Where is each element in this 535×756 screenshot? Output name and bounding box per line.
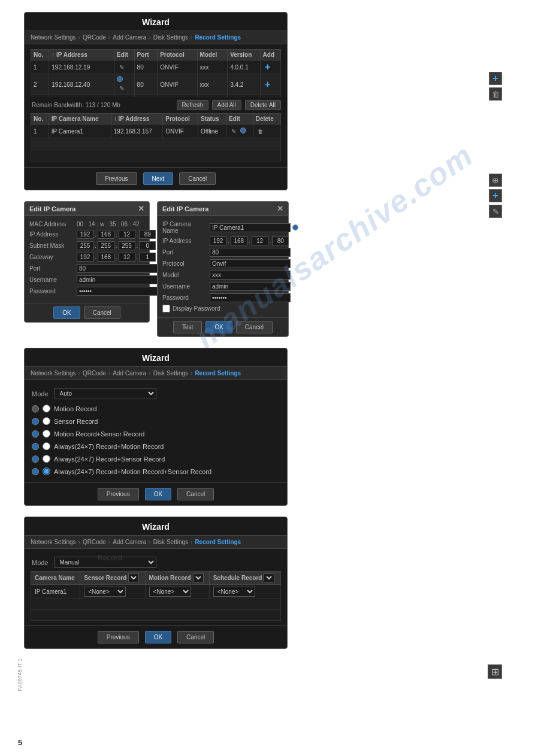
next-button-1[interactable]: Next <box>143 172 174 185</box>
ip2-part-3[interactable] <box>252 236 268 245</box>
cancel-button-3[interactable]: Cancel <box>177 631 214 643</box>
subnet-part-3[interactable] <box>119 241 135 250</box>
cancel-button-d1[interactable]: Cancel <box>84 306 120 319</box>
gw-part-4[interactable] <box>139 253 156 262</box>
previous-button-2[interactable]: Previous <box>98 488 139 500</box>
wizard-title-3: Wizard <box>25 517 287 536</box>
record-radio-4[interactable] <box>43 455 50 463</box>
bc2-network[interactable]: Network Settings <box>31 370 76 377</box>
wizard3-footer: Previous OK Cancel <box>25 626 287 648</box>
motion-col-select[interactable]: ▼ <box>193 573 204 582</box>
motion-select[interactable]: <None> <box>149 587 191 597</box>
camera-sidebar-icon[interactable]: ⊕ <box>489 174 502 187</box>
grid-icon[interactable]: ⊞ <box>488 664 502 679</box>
dialog1-form: MAC Address 00 : 14 : w : 35 : 06 : 42 I… <box>25 216 149 303</box>
ok-button-2[interactable]: OK <box>145 488 171 500</box>
port-input[interactable] <box>77 264 158 273</box>
option-indicator-5 <box>32 468 39 475</box>
bc3-network[interactable]: Network Settings <box>31 539 76 545</box>
edit-icon[interactable]: ✎ <box>117 62 126 72</box>
user2-input[interactable] <box>210 282 291 291</box>
record-radio-2[interactable] <box>43 430 50 438</box>
ip-part-3[interactable] <box>119 230 135 239</box>
th-edit: Edit <box>114 50 134 60</box>
add-all-button[interactable]: Add All <box>212 100 241 110</box>
protocol-input[interactable] <box>210 259 291 268</box>
bc3-record[interactable]: Record Settings <box>195 539 241 545</box>
cancel-button-2[interactable]: Cancel <box>177 488 214 500</box>
add2-sidebar-icon[interactable]: + <box>489 189 502 202</box>
ip-part-1[interactable] <box>77 230 93 239</box>
ip-part-2[interactable] <box>98 230 114 239</box>
bc1-disk[interactable]: Disk Settings <box>153 34 188 41</box>
th-motion: Motion Record ▼ <box>145 572 209 585</box>
user2-label: Username <box>162 283 207 290</box>
dialog2-close[interactable]: ✕ <box>277 204 283 213</box>
bc2-disk[interactable]: Disk Settings <box>153 370 188 377</box>
test-button-d2[interactable]: Test <box>173 321 202 333</box>
delete-all-button[interactable]: Delete All <box>245 100 281 110</box>
delete-sidebar-icon[interactable]: 🗑 <box>489 87 502 101</box>
gw-part-1[interactable] <box>77 253 93 262</box>
record-radio-0[interactable] <box>43 405 50 412</box>
model-input[interactable] <box>210 271 291 280</box>
cell-port: 80 <box>134 60 158 74</box>
port2-input[interactable] <box>210 248 291 257</box>
pass2-input[interactable] <box>210 293 291 302</box>
subnet-part-2[interactable] <box>98 241 114 250</box>
subnet-part-1[interactable] <box>77 241 93 250</box>
ip2-part-1[interactable] <box>210 236 226 245</box>
delete-camera-icon[interactable]: 🗑 <box>256 126 265 136</box>
mode-row-3: Mode Auto Manual <box>31 554 281 571</box>
record-radio-5[interactable] <box>43 467 50 475</box>
ip-part-4[interactable] <box>139 230 156 239</box>
ok-button-d1[interactable]: OK <box>53 306 80 319</box>
bc2-addcam[interactable]: Add Camera <box>113 370 146 377</box>
cancel-button-1[interactable]: Cancel <box>179 172 216 185</box>
sensor-select[interactable]: <None> <box>84 587 126 597</box>
dialog1-close[interactable]: ✕ <box>138 204 144 213</box>
record-radio-3[interactable] <box>43 442 50 450</box>
subnet-row: Subnet Mask . . . <box>29 241 144 250</box>
subnet-part-4[interactable] <box>139 241 156 250</box>
schedule-select[interactable]: <None> <box>213 587 255 597</box>
bc1-addcam[interactable]: Add Camera <box>113 34 146 41</box>
camname-input[interactable] <box>210 223 291 232</box>
previous-button-1[interactable]: Previous <box>96 172 137 185</box>
bc3-qrcode[interactable]: QRCode <box>83 539 106 545</box>
ip-parts: . . . <box>77 230 165 239</box>
record-radio-1[interactable] <box>43 417 50 425</box>
edit-sidebar-icon[interactable]: ✎ <box>489 205 502 218</box>
bc2-record[interactable]: Record Settings <box>195 370 241 377</box>
cell-schedule: <None> <box>209 585 280 599</box>
mode-select[interactable]: Auto Manual <box>55 388 156 399</box>
username-input[interactable] <box>77 275 158 284</box>
add-sidebar-icon[interactable]: + <box>489 72 502 85</box>
edit-icon[interactable]: ✎ <box>117 83 126 93</box>
add-camera-icon[interactable]: + <box>263 80 273 89</box>
ok-button-d2[interactable]: OK <box>205 321 232 333</box>
sensor-col-select[interactable]: ▼ <box>128 573 139 582</box>
gw-part-3[interactable] <box>119 253 135 262</box>
bc1-qrcode[interactable]: QRCode <box>83 34 106 41</box>
edit-ip-dialog-2: Edit IP Camera ✕ IP Camera Name IP Addre… <box>157 201 289 337</box>
display-pw-checkbox[interactable] <box>162 305 170 312</box>
bc3-addcam[interactable]: Add Camera <box>113 539 146 545</box>
table-row: 3 192.168.12.43 ✎ 80 ONVIF xxx 4.0.0.1 + <box>31 95 281 98</box>
bc2-qrcode[interactable]: QRCode <box>83 370 106 377</box>
edit-camera-icon[interactable]: ✎ <box>229 126 238 136</box>
bc3-disk[interactable]: Disk Settings <box>153 539 188 545</box>
cancel-button-d2[interactable]: Cancel <box>236 321 273 333</box>
bc1-record[interactable]: Record Settings <box>195 34 241 41</box>
add-camera-icon[interactable]: + <box>263 62 273 72</box>
dialog2-titlebar: Edit IP Camera ✕ <box>158 202 288 216</box>
refresh-button[interactable]: Refresh <box>177 100 208 110</box>
schedule-col-select[interactable]: ▼ <box>264 573 274 582</box>
password-input[interactable] <box>77 287 158 296</box>
previous-button-3[interactable]: Previous <box>98 631 139 643</box>
gw-part-2[interactable] <box>98 253 114 262</box>
bc1-network[interactable]: Network Settings <box>31 34 76 41</box>
ip2-part-2[interactable] <box>231 236 247 245</box>
ip2-part-4[interactable] <box>272 236 289 245</box>
ok-button-3[interactable]: OK <box>145 631 171 643</box>
